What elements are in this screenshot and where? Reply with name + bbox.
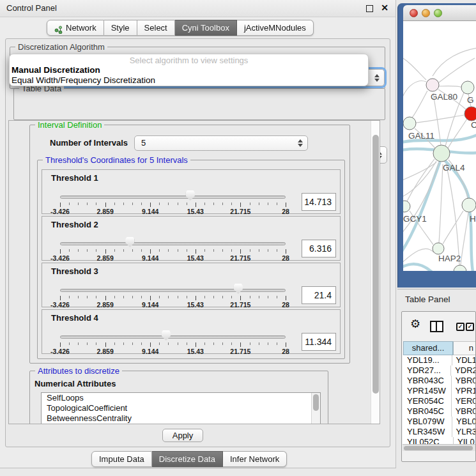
tab-style[interactable]: Style [104,20,137,36]
tick-mark [132,203,133,205]
threshold-value-field[interactable]: 14.713 [302,193,336,211]
network-canvas[interactable]: GAL80GCGAL11GAL4GCY1HHAP2 [403,21,476,271]
table-row[interactable]: YBL079WYBL0 [403,417,476,427]
cell-name: YBR0 [452,406,476,417]
network-node-gal4[interactable] [433,145,450,162]
table-row[interactable]: YBR045CYBR0 [403,406,476,417]
tick-mark [60,249,61,254]
tab-jactivemnodules[interactable]: jActiveMNodules [237,20,314,36]
close-icon[interactable]: ✕ [381,3,388,13]
slider-track[interactable] [60,335,286,339]
tick-mark [96,249,96,252]
tab-label: jActiveMNodules [244,20,306,35]
table-row[interactable]: YDL19...YDL1 [403,355,476,365]
discretization-algorithm-group-title: Discretization Algorithm [15,42,107,52]
tick-mark [87,296,88,298]
tab-label: Style [111,20,130,35]
network-node-gcy1[interactable] [403,201,410,212]
float-window-icon[interactable] [366,5,373,12]
apply-button[interactable]: Apply [162,429,203,442]
list-item-selfloops[interactable]: SelfLoops [42,393,320,403]
network-edge [407,159,434,201]
column-layout-icon[interactable] [430,321,443,332]
slider-track[interactable] [60,289,286,292]
algorithm-option-manual-discretization[interactable]: Manual Discretization [10,65,368,75]
cell-shared-name: YDL19... [403,355,452,365]
tab-cyni-toolbox[interactable]: Cyni Toolbox [175,20,237,36]
number-of-intervals-combobox[interactable]: 5 [134,135,308,151]
tick-mark [105,296,106,300]
vertical-scrollbar[interactable] [371,121,380,424]
tab-select[interactable]: Select [137,20,175,36]
network-node-selected-red[interactable] [464,107,476,121]
horizontal-scrollbar-thumb[interactable] [404,446,473,450]
tick-mark [141,249,142,252]
tick-mark [286,249,286,254]
tick-mark [277,342,277,345]
column-header-name[interactable]: n [453,341,476,355]
tick-mark [259,249,259,252]
slider-track[interactable] [60,242,286,245]
table-row[interactable]: YLR345WYLR3 [403,427,476,437]
network-edge [403,81,426,102]
network-edge [433,48,476,76]
list-scrollbar[interactable] [311,393,320,424]
algorithm-option-equal-width-frequency-discretization[interactable]: Equal Width/Frequency Discretization [10,75,368,86]
threshold-value-field[interactable]: 11.344 [302,333,336,351]
tick-mark [78,342,79,345]
network-edge [403,264,431,271]
algorithm-options: Manual DiscretizationEqual Width/Frequen… [10,65,368,86]
list-scrollbar-thumb[interactable] [313,394,319,411]
list-item-betweennesscentrality[interactable]: BetweennessCentrality [42,413,320,424]
tick-mark [150,249,151,254]
network-node-label: G [467,95,474,105]
algorithm-dropdown-popup: Select algorithm to view settings Manual… [9,54,369,86]
checkbox-icon[interactable]: ✓ [466,323,474,331]
tick-mark [141,296,142,298]
tab-discretize-data[interactable]: Discretize Data [152,451,223,467]
network-node-label: C [471,120,476,130]
slider-thumb[interactable] [186,190,195,201]
tab-network[interactable]: Network [47,20,104,36]
slider-thumb[interactable] [162,330,171,341]
tick-mark [132,296,133,298]
zoom-traffic-light-icon[interactable] [434,9,442,17]
network-node-gal80[interactable] [426,79,439,91]
tab-infer-network[interactable]: Infer Network [223,451,287,467]
tick-mark [240,203,241,207]
vertical-scrollbar-thumb[interactable] [372,135,379,394]
network-node-hap2[interactable] [433,243,444,254]
tick-mark [159,342,160,345]
network-node-gal11[interactable] [403,117,416,130]
minimize-traffic-light-icon[interactable] [422,9,430,17]
cell-name: YIL0 [454,437,475,444]
threshold-value-field[interactable]: 21.4 [302,286,336,304]
network-node-gal-right-top[interactable] [461,81,474,94]
list-item-topologicalcoefficient[interactable]: TopologicalCoefficient [42,403,320,413]
table-row[interactable]: YBR043CYBR0 [403,376,476,386]
tick-mark [222,296,223,298]
network-node-right-mid[interactable] [462,198,476,212]
tick-label: 2.859 [96,301,113,309]
table-row[interactable]: YPR145WYPR1 [403,386,476,396]
table-row[interactable]: YER054CYER0 [403,396,476,406]
interval-definition-title: Interval Definition [35,120,104,130]
checkbox-icon[interactable]: ✓ [456,323,464,331]
attributes-group-title: Attributes to discretize [35,366,122,376]
numerical-attributes-list[interactable]: SelfLoopsTopologicalCoefficientBetweenne… [41,392,321,424]
slider-thumb[interactable] [125,237,134,247]
horizontal-scrollbar[interactable] [403,444,476,451]
table-row[interactable]: YDR27...YDR2 [403,365,476,376]
tick-mark [69,203,70,205]
close-traffic-light-icon[interactable] [410,9,418,17]
gear-icon[interactable]: ⚙ [410,318,420,330]
threshold-value-field[interactable]: 6.316 [302,240,336,257]
slider-track[interactable] [60,196,286,199]
tab-impute-data[interactable]: Impute Data [91,451,152,467]
tick-mark [213,296,214,298]
network-node-bottom-partial[interactable] [454,265,466,271]
table-row[interactable]: YIL052CYIL0 [403,437,476,444]
column-header-shared-name[interactable]: shared... [403,341,453,355]
cell-name: YBL0 [452,417,476,427]
slider-thumb[interactable] [234,284,243,294]
